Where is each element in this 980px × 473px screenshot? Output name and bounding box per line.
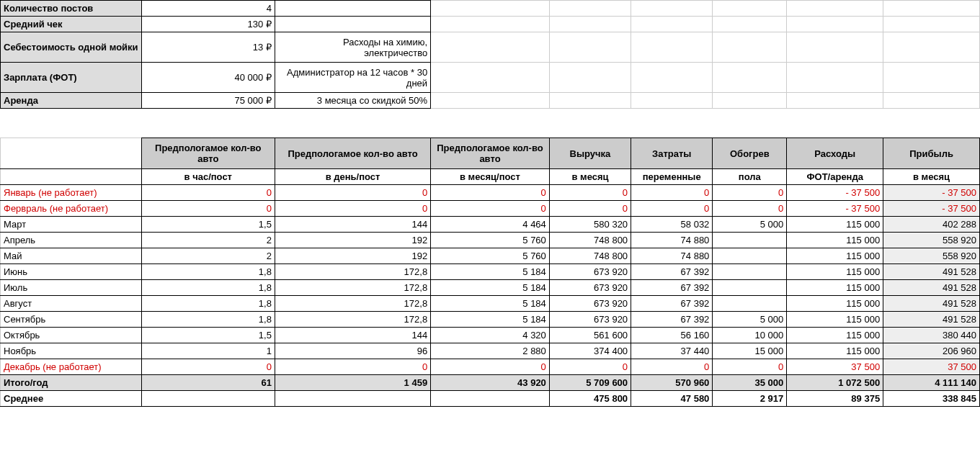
per-day-cell[interactable]: 0 (275, 359, 430, 375)
avg-cell[interactable]: 89 375 (787, 391, 883, 407)
expense-cell[interactable]: 115 000 (787, 328, 883, 343)
avg-cell[interactable] (141, 391, 275, 407)
expense-cell[interactable]: 115 000 (787, 217, 883, 233)
expense-cell[interactable]: - 37 500 (787, 201, 883, 217)
param-value[interactable]: 75 000 ₽ (141, 93, 275, 109)
per-hour-cell[interactable]: 0 (141, 359, 275, 375)
avg-cell[interactable]: 475 800 (549, 391, 631, 407)
revenue-cell[interactable]: 561 600 (549, 328, 631, 343)
param-value[interactable]: 4 (141, 1, 275, 17)
profit-cell[interactable]: 491 528 (883, 280, 980, 296)
month-cell[interactable]: Ноябрь (1, 343, 142, 359)
empty-cell[interactable] (431, 32, 550, 63)
expense-cell[interactable]: 115 000 (787, 312, 883, 328)
avg-cell[interactable] (275, 391, 430, 407)
per-month-cell[interactable]: 0 (431, 201, 550, 217)
avg-cell[interactable] (431, 391, 550, 407)
per-month-cell[interactable]: 2 880 (431, 343, 550, 359)
cost-cell[interactable]: 74 880 (631, 248, 713, 264)
per-month-cell[interactable]: 5 760 (431, 233, 550, 248)
cost-cell[interactable]: 58 032 (631, 217, 713, 233)
per-month-cell[interactable]: 5 184 (431, 280, 550, 296)
empty-cell[interactable] (713, 1, 787, 17)
per-hour-cell[interactable]: 0 (141, 185, 275, 201)
empty-cell[interactable] (787, 17, 883, 32)
per-hour-cell[interactable]: 1,5 (141, 217, 275, 233)
total-cell[interactable]: 1 072 500 (787, 375, 883, 391)
revenue-cell[interactable]: 673 920 (549, 264, 631, 280)
per-day-cell[interactable]: 192 (275, 248, 430, 264)
empty-cell[interactable] (549, 17, 631, 32)
empty-cell[interactable] (431, 63, 550, 93)
per-hour-cell[interactable]: 1,8 (141, 264, 275, 280)
cost-cell[interactable]: 67 392 (631, 312, 713, 328)
month-cell[interactable]: Фервраль (не работает) (1, 201, 142, 217)
profit-cell[interactable]: 491 528 (883, 296, 980, 312)
month-cell[interactable]: Апрель (1, 233, 142, 248)
revenue-cell[interactable]: 673 920 (549, 312, 631, 328)
heat-cell[interactable] (713, 280, 787, 296)
total-cell[interactable]: 1 459 (275, 375, 430, 391)
per-month-cell[interactable]: 5 184 (431, 264, 550, 280)
heat-cell[interactable] (713, 233, 787, 248)
cost-cell[interactable]: 0 (631, 201, 713, 217)
profit-cell[interactable]: - 37 500 (883, 201, 980, 217)
total-label[interactable]: Итого/год (1, 375, 142, 391)
empty-cell[interactable] (713, 17, 787, 32)
expense-cell[interactable]: 37 500 (787, 359, 883, 375)
empty-cell[interactable] (883, 1, 980, 17)
empty-cell[interactable] (787, 93, 883, 109)
empty-cell[interactable] (883, 17, 980, 32)
expense-cell[interactable]: 115 000 (787, 296, 883, 312)
per-day-cell[interactable]: 172,8 (275, 280, 430, 296)
revenue-cell[interactable]: 748 800 (549, 233, 631, 248)
expense-cell[interactable]: 115 000 (787, 280, 883, 296)
expense-cell[interactable]: 115 000 (787, 264, 883, 280)
per-day-cell[interactable]: 172,8 (275, 312, 430, 328)
avg-cell[interactable]: 338 845 (883, 391, 980, 407)
empty-cell[interactable] (431, 93, 550, 109)
cost-cell[interactable]: 56 160 (631, 328, 713, 343)
heat-cell[interactable]: 10 000 (713, 328, 787, 343)
month-cell[interactable]: Август (1, 296, 142, 312)
heat-cell[interactable] (713, 264, 787, 280)
expense-cell[interactable]: 115 000 (787, 343, 883, 359)
per-month-cell[interactable]: 0 (431, 185, 550, 201)
empty-cell[interactable] (631, 63, 713, 93)
heat-cell[interactable] (713, 248, 787, 264)
per-hour-cell[interactable]: 1,8 (141, 296, 275, 312)
total-cell[interactable]: 5 709 600 (549, 375, 631, 391)
empty-cell[interactable] (787, 1, 883, 17)
profit-cell[interactable]: - 37 500 (883, 185, 980, 201)
per-hour-cell[interactable]: 1,5 (141, 328, 275, 343)
empty-cell[interactable] (787, 63, 883, 93)
month-cell[interactable]: Сентябрь (1, 312, 142, 328)
per-month-cell[interactable]: 0 (431, 359, 550, 375)
empty-cell[interactable] (713, 93, 787, 109)
empty-cell[interactable] (549, 1, 631, 17)
profit-cell[interactable]: 558 920 (883, 248, 980, 264)
per-day-cell[interactable]: 144 (275, 217, 430, 233)
month-cell[interactable]: Март (1, 217, 142, 233)
heat-cell[interactable]: 0 (713, 185, 787, 201)
profit-cell[interactable]: 558 920 (883, 233, 980, 248)
profit-cell[interactable]: 380 440 (883, 328, 980, 343)
revenue-cell[interactable]: 580 320 (549, 217, 631, 233)
per-day-cell[interactable]: 192 (275, 233, 430, 248)
param-value[interactable]: 130 ₽ (141, 17, 275, 32)
empty-cell[interactable] (631, 32, 713, 63)
per-hour-cell[interactable]: 0 (141, 201, 275, 217)
empty-cell[interactable] (713, 63, 787, 93)
revenue-cell[interactable]: 0 (549, 359, 631, 375)
month-cell[interactable]: Июнь (1, 264, 142, 280)
heat-cell[interactable]: 5 000 (713, 217, 787, 233)
empty-cell[interactable] (549, 32, 631, 63)
per-month-cell[interactable]: 5 184 (431, 312, 550, 328)
heat-cell[interactable]: 15 000 (713, 343, 787, 359)
revenue-cell[interactable]: 673 920 (549, 296, 631, 312)
month-cell[interactable]: Октябрь (1, 328, 142, 343)
per-hour-cell[interactable]: 1 (141, 343, 275, 359)
cost-cell[interactable]: 74 880 (631, 233, 713, 248)
empty-cell[interactable] (431, 17, 550, 32)
per-hour-cell[interactable]: 2 (141, 233, 275, 248)
